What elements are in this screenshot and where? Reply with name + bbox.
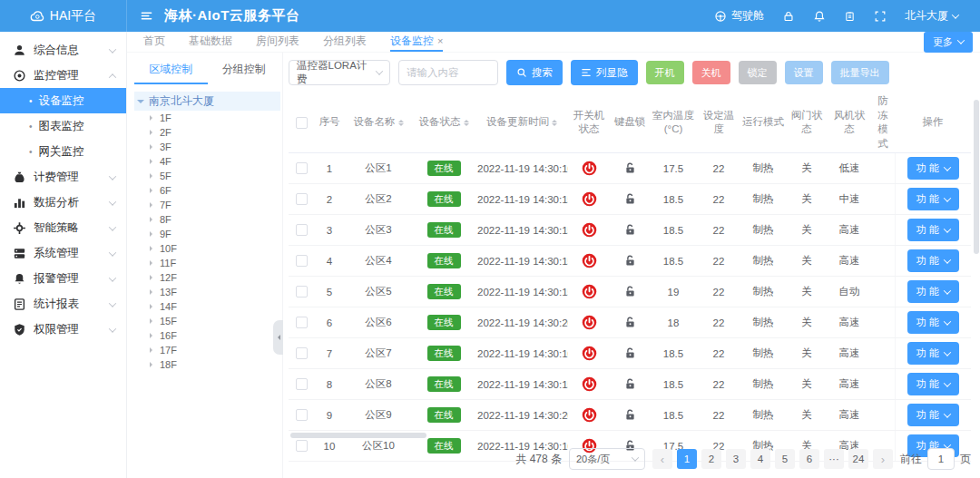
row-function-button[interactable]: 功 能 [907,157,959,180]
page-tab[interactable]: 房间列表 × [256,32,299,52]
sidebar-item[interactable]: 监控管理 [0,63,126,88]
tree-root-node[interactable]: 南京北斗大厦 [134,92,280,111]
tree-tab[interactable]: 分组控制 [208,54,281,84]
page-number-button[interactable]: 24 [848,449,868,469]
search-button[interactable]: 搜索 [506,60,563,85]
tree-floor-node[interactable]: 14F [134,299,280,314]
bulk-action-button[interactable]: 设置 [785,61,823,84]
sidebar-item[interactable]: 网关监控 [0,139,126,164]
sidebar-item[interactable]: 图表监控 [0,113,126,139]
horizontal-scrollbar[interactable] [290,433,426,438]
page-number-button[interactable]: 6 [799,449,819,469]
row-function-button[interactable]: 功 能 [907,188,959,210]
sort-icon[interactable] [552,117,557,129]
row-function-button[interactable]: 功 能 [907,404,959,426]
column-visibility-button[interactable]: 列显隐 [571,60,638,85]
page-number-button[interactable]: 4 [750,449,770,469]
page-tab[interactable]: 设备监控 × [390,32,443,52]
row-function-button[interactable]: 功 能 [907,311,959,334]
bell-icon[interactable] [813,10,826,23]
tree-floor-node[interactable]: 6F [134,183,280,198]
row-function-button[interactable]: 功 能 [907,373,959,395]
tree-floor-node[interactable]: 8F [134,212,280,227]
next-page-button[interactable]: › [873,449,893,469]
bulk-action-button[interactable]: 锁定 [739,61,777,84]
tree-floor-node[interactable]: 2F [134,125,280,140]
row-checkbox[interactable] [296,347,308,359]
tree-floor-node[interactable]: 7F [134,198,280,212]
hamburger-menu-icon[interactable] [140,9,153,23]
fullscreen-icon[interactable] [874,10,887,23]
page-number-button[interactable]: ··· [824,449,844,469]
app-logo[interactable]: HAI平台 [0,0,127,32]
cockpit-button[interactable]: 驾驶舱 [714,8,764,24]
bulk-action-button[interactable]: 批量导出 [831,61,889,84]
power-status-icon [582,224,597,235]
row-checkbox[interactable] [296,193,308,205]
tree-floor-node[interactable]: 11F [134,256,280,270]
row-function-button[interactable]: 功 能 [907,249,959,272]
row-checkbox[interactable] [296,255,308,267]
tree-floor-node[interactable]: 16F [134,328,280,343]
row-checkbox[interactable] [296,317,308,328]
more-button[interactable]: 更多 [924,32,973,53]
row-function-button[interactable]: 功 能 [907,219,959,241]
goto-page-input[interactable] [927,448,955,470]
search-input[interactable] [398,60,498,85]
tree-floor-node[interactable]: 17F [134,343,280,357]
cell-set-temp: 22 [697,369,740,400]
bulk-action-button[interactable]: 开机 [646,61,684,84]
tree-tab[interactable]: 区域控制 [134,54,208,84]
tree-floor-node[interactable]: 9F [134,227,280,241]
page-number-button[interactable]: 2 [701,449,721,469]
sidebar-item[interactable]: 综合信息 [0,37,126,63]
select-all-checkbox[interactable] [296,117,308,129]
bulk-action-button[interactable]: 关机 [692,61,730,84]
page-tab[interactable]: 分组列表 × [323,32,367,52]
row-checkbox[interactable] [296,286,308,298]
sidebar-item[interactable]: 权限管理 [0,317,126,342]
panel-collapse-handle[interactable] [273,320,283,355]
row-function-button[interactable]: 功 能 [907,280,959,303]
vertical-scrollbar[interactable] [974,100,979,254]
sidebar-item[interactable]: 计费管理 [0,164,126,190]
lock-icon[interactable] [782,10,795,23]
cell-frost-mode [871,307,895,338]
clipboard-icon[interactable] [844,10,856,23]
sidebar-item[interactable]: 数据分析 [0,190,126,215]
page-number-button[interactable]: 5 [775,449,795,469]
tree-floor-node[interactable]: 15F [134,314,280,328]
sort-icon[interactable] [464,117,469,129]
cell-valve-status: 关 [786,400,828,431]
tab-close-icon[interactable]: × [437,35,443,46]
tree-floor-node[interactable]: 13F [134,285,280,299]
sidebar-item[interactable]: 设备监控 [0,88,126,113]
tree-floor-node[interactable]: 18F [134,357,280,372]
building-selector[interactable]: 北斗大厦 [905,8,958,24]
row-checkbox[interactable] [296,378,308,390]
cell-room-temp: 18.5 [650,215,697,246]
sidebar-item[interactable]: 统计报表 [0,291,126,317]
tree-floor-node[interactable]: 1F [134,111,280,125]
row-checkbox[interactable] [296,162,308,174]
device-type-select[interactable]: 温控器LORA计费 [289,60,390,85]
page-number-button[interactable]: 1 [677,449,697,469]
sidebar-item[interactable]: 报警管理 [0,266,126,291]
row-checkbox[interactable] [296,224,308,236]
tree-floor-node[interactable]: 5F [134,169,280,183]
tree-floor-node[interactable]: 4F [134,154,280,169]
tree-floor-node[interactable]: 12F [134,270,280,285]
page-tab[interactable]: 首页 × [143,32,165,52]
sidebar-item[interactable]: 智能策略 [0,215,126,240]
prev-page-button[interactable]: ‹ [652,449,672,469]
page-tab[interactable]: 基础数据 × [189,32,232,52]
tree-floor-node[interactable]: 10F [134,241,280,256]
page-size-select[interactable]: 20条/页 [569,448,645,470]
sort-icon[interactable] [398,117,404,129]
row-checkbox[interactable] [296,409,308,421]
row-checkbox[interactable] [296,440,308,452]
sidebar-item[interactable]: 系统管理 [0,240,126,266]
tree-floor-node[interactable]: 3F [134,140,280,154]
row-function-button[interactable]: 功 能 [907,342,959,365]
page-number-button[interactable]: 3 [726,449,746,469]
